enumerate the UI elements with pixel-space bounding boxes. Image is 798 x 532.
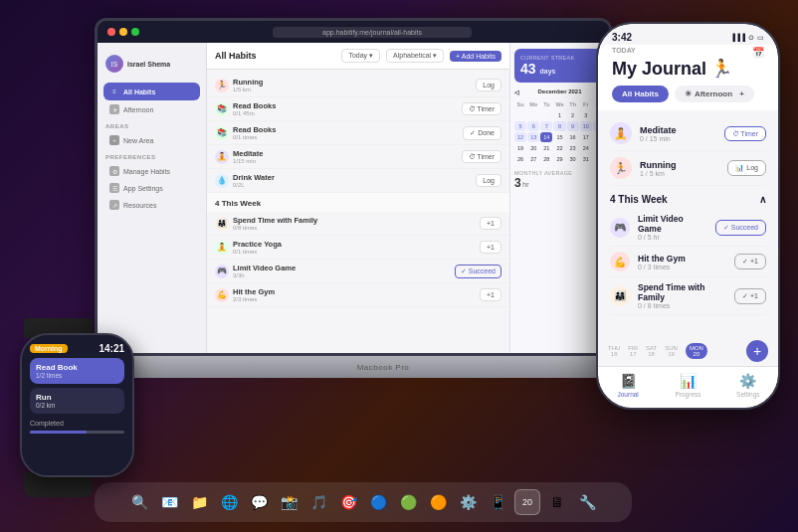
date-mon-active[interactable]: MON20: [686, 343, 707, 359]
dock-icon[interactable]: 🔵: [365, 489, 391, 515]
log2-button[interactable]: Log: [476, 174, 501, 187]
watch-habit2-sub: 0/2 km: [36, 402, 118, 409]
nav-progress[interactable]: 📊 Progress: [658, 373, 717, 398]
main-content: All Habits Today ▾ Alphabetical ▾ + Add …: [207, 43, 509, 356]
habits-icon: ≡: [109, 87, 119, 96]
add-habits-button[interactable]: + Add Habits: [450, 51, 501, 62]
dock-icon[interactable]: 📧: [156, 489, 182, 515]
date-sat[interactable]: SAT18: [646, 345, 657, 357]
close-button[interactable]: [107, 28, 115, 36]
family-icon: 👨‍👩‍👧: [215, 217, 229, 231]
today-button[interactable]: Today ▾: [341, 49, 380, 63]
iphone-week-habit-row: 👨‍👩‍👧 Spend Time with Family 0 / 8 times…: [610, 277, 766, 315]
habit-row: 💪 Hit the Gym 2/3 times +1: [207, 283, 509, 307]
dock-icon[interactable]: 💬: [246, 489, 272, 515]
iphone-calendar-icon[interactable]: 📅: [752, 47, 764, 58]
dock-icon[interactable]: 🔧: [574, 489, 600, 515]
habit-name: Spend Time with Family: [233, 216, 476, 225]
streak-value: 43 days: [520, 61, 599, 77]
apple-watch: Morning 14:21 Read Book 1/2 times Run 0/…: [20, 333, 134, 477]
add-icon[interactable]: +: [739, 89, 744, 98]
date-thu[interactable]: THU16: [608, 345, 620, 357]
page-title: All Habits: [215, 51, 335, 61]
succeed-button[interactable]: ✓ Succeed: [455, 265, 501, 278]
watch-inactive-habit[interactable]: Run 0/2 km: [30, 388, 124, 414]
dock-icon[interactable]: 📁: [186, 489, 212, 515]
watch-progress-bar-container: [30, 431, 124, 434]
plus3-button[interactable]: +1: [480, 288, 501, 301]
timer2-button[interactable]: ⏱ Timer: [462, 150, 501, 163]
dock-icon[interactable]: 📱: [485, 489, 510, 515]
plus1-button[interactable]: +1: [480, 217, 501, 230]
areas-label: AREAS: [98, 118, 206, 131]
minimize-button[interactable]: [119, 28, 127, 36]
dock-icon[interactable]: ⚙️: [455, 489, 481, 515]
sidebar-item-all-habits[interactable]: ≡ All Habits: [103, 83, 200, 100]
gym-icon: 💪: [215, 288, 229, 302]
habit-row: 🏃 Running 1/5 km Log: [207, 74, 509, 97]
date-sun[interactable]: SUN19: [665, 345, 678, 357]
calendar: ◁ December 2021 ▷ Su Mo Tu We Th Fr Sa: [514, 89, 605, 164]
watch-time: 14:21: [99, 343, 124, 354]
dock-icon[interactable]: 🎯: [335, 489, 361, 515]
dock-icon[interactable]: 🖥: [544, 489, 570, 515]
timer-button[interactable]: ⏱ Timer: [462, 102, 501, 115]
add-habit-button[interactable]: +: [746, 340, 768, 362]
habit-name: Limit Video Game: [233, 264, 451, 272]
date-fri[interactable]: FRI17: [628, 345, 638, 357]
dock-icon[interactable]: 🎵: [305, 489, 331, 515]
dock-icon[interactable]: 20: [514, 489, 540, 515]
app-content: IS Israel Shema ≡ All Habits ☀ Afternoon…: [98, 43, 609, 356]
monthly-avg: MONTHLY AVERAGE 3 hr: [514, 170, 605, 190]
dock-icon[interactable]: 📸: [276, 489, 301, 515]
watch-active-habit[interactable]: Read Book 1/2 times: [30, 358, 124, 384]
iphone-screen: 3:42 ▐▐▐ ⊙ ▭ TODAY 📅 My Journal 🏃 All Ha…: [598, 24, 778, 408]
habit-row: 💧 Drink Water 0/2L Log: [207, 169, 509, 193]
alphabetical-button[interactable]: Alphabetical ▾: [386, 49, 444, 63]
plus2-button[interactable]: +1: [480, 241, 501, 254]
avg-value: 3 hr: [514, 176, 605, 190]
journal-emoji: 🏃: [710, 58, 732, 80]
family-icon: 👨‍👩‍👧: [610, 286, 630, 306]
done-button[interactable]: ✓ Done: [463, 126, 501, 140]
iphone-succeed-button[interactable]: ✓ Succeed: [715, 220, 766, 236]
window-controls: [107, 28, 139, 36]
address-bar: app.habitify.me/journal/all-habits: [139, 27, 605, 38]
sidebar-item-app-settings[interactable]: ☰ App Settings: [103, 180, 200, 196]
sidebar-item-manage-habits[interactable]: ⚙ Manage Habits: [103, 163, 200, 179]
maximize-button[interactable]: [131, 28, 139, 36]
yoga-icon: 🧘: [215, 241, 229, 255]
signal-icon: ▐▐▐: [730, 34, 745, 41]
habit-name: Practice Yoga: [233, 240, 476, 249]
iphone-timer-button[interactable]: ⏱ Timer: [724, 126, 766, 141]
tab-afternoon[interactable]: ☀ Afternoon +: [675, 86, 754, 102]
iphone-plus1-button[interactable]: ✓ +1: [734, 254, 766, 269]
dock-icon[interactable]: 🟢: [395, 489, 421, 515]
watch-habit-name: Read Book: [36, 363, 118, 372]
user-profile[interactable]: IS Israel Shema: [98, 51, 206, 77]
tab-all-habits[interactable]: All Habits: [612, 86, 669, 102]
sidebar-item-new-area[interactable]: + New Area: [103, 132, 200, 148]
week-habit-info: Limit Video Game 0 / 5 hr: [638, 214, 707, 241]
iphone-week-habit-row: 💪 Hit the Gym 0 / 3 times ✓ +1: [610, 247, 766, 277]
preferences-label: PREFERENCES: [98, 149, 206, 162]
nav-journal[interactable]: 📓 Journal: [598, 373, 658, 398]
calendar-grid: Su Mo Tu We Th Fr Sa 1 2 3 4: [514, 99, 605, 164]
dock-icon[interactable]: 🔍: [126, 489, 152, 515]
sidebar-item-resources[interactable]: ↗ Resources: [103, 197, 200, 213]
game-icon: 🎮: [610, 218, 630, 238]
iphone-plus2-button[interactable]: ✓ +1: [734, 288, 766, 304]
nav-settings[interactable]: ⚙️ Settings: [718, 373, 778, 398]
iphone-journal-title: My Journal 🏃: [612, 58, 764, 80]
url-text[interactable]: app.habitify.me/journal/all-habits: [273, 27, 472, 38]
sidebar-item-afternoon[interactable]: ☀ Afternoon: [103, 101, 200, 117]
iphone-habit-info: Meditate 0 / 15 min: [640, 125, 716, 142]
week-habit-name: Hit the Gym: [638, 254, 726, 264]
settings-icon: ☰: [109, 183, 119, 193]
habit-row: 🧘 Practice Yoga 0/1 times +1: [207, 236, 509, 260]
iphone-log-button[interactable]: 📊 Log: [727, 160, 766, 176]
dock-icon[interactable]: 🌐: [216, 489, 242, 515]
log-button[interactable]: Log: [476, 79, 501, 91]
journal-nav-label: Journal: [618, 391, 639, 398]
dock-icon[interactable]: 🟠: [425, 489, 451, 515]
